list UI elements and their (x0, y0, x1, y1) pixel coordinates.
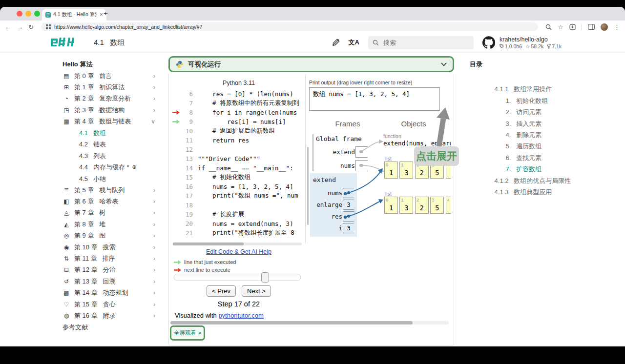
sidebar-chapter-item[interactable]: ♡ 第 15 章 贪心 › (62, 299, 156, 310)
panel-horizontal-scrollbar[interactable] (170, 321, 449, 324)
frame-variable: nums (316, 159, 368, 172)
tab-close-icon[interactable]: × (100, 12, 103, 18)
chapter-icon: ⊞ (62, 84, 70, 91)
list-cell: 0 1 (384, 197, 398, 214)
code-horizontal-scrollbar[interactable] (173, 243, 302, 245)
sidebar-chapter-item[interactable]: ⇅ 第 11 章 排序 › (62, 253, 156, 264)
pointer-dot (347, 215, 350, 218)
fullscreen-link[interactable]: 全屏观看 > (170, 325, 205, 341)
sidebar-chapter-item[interactable]: ◬ 第 7 章 树 › (62, 207, 156, 219)
pythontutor-frame: Python 3.11 6 res = [0] * (len(nums) (168, 74, 454, 345)
sidebar-chapter-item[interactable]: ≣ 第 5 章 栈与队列 › (62, 184, 156, 196)
github-repo-link[interactable]: krahets/hello-algo 1.0.0b6 ☆58.2k 7.1k (482, 36, 562, 49)
sidebar-section-item[interactable]: 4.5 小结 (62, 173, 156, 184)
chevron-down-icon[interactable] (441, 62, 447, 66)
sidebar-chapter-item[interactable]: ◔ 第 2 章 复杂度分析 › (62, 93, 156, 104)
chevron-icon: › (153, 289, 156, 296)
sidebar-chapter-item[interactable]: ◭ 第 8 章 堆 › (62, 219, 156, 230)
translate-icon[interactable]: 文A (349, 38, 359, 47)
sidebar-chapter-item[interactable]: ▩ 第 14 章 动态规划 › (62, 287, 156, 298)
print-output-box[interactable]: 数组 nums = [1, 3, 2, 5, 4] (309, 87, 440, 111)
sidebar-nav: Hello 算法 ▤ 第 0 章 前言 › ⊞ 第 1 章 初识算法 (62, 59, 156, 333)
list-cell: 3 5 (430, 197, 444, 214)
code-line: 14 if __name__ == "__main__": (172, 163, 305, 173)
sidebar-section-item[interactable]: 4.3 列表 (62, 150, 156, 162)
chapter-icon: ↺ (62, 278, 70, 285)
pointer-dot (347, 191, 350, 194)
sidebar-chapter-item[interactable]: ◧ 第 6 章 哈希表 › (62, 196, 156, 207)
chapter-icon: ♡ (62, 301, 70, 308)
sidebar-chapter-item[interactable]: ⊟ 第 12 章 分治 › (62, 264, 156, 276)
url-bar[interactable]: https://www.hello-algo.com/chapter_array… (41, 22, 538, 31)
frame-variable: nums (313, 187, 354, 199)
code-line: 10 # 返回扩展后的新数组 (172, 126, 305, 136)
site-logo[interactable] (51, 37, 76, 48)
bookmark-star-icon[interactable]: ☆ (558, 23, 563, 31)
tag-icon (500, 44, 504, 48)
chapter-icon: ◎ (62, 232, 70, 239)
sidebar-chapter-item[interactable]: ◳ 第 3 章 数据结构 › (62, 104, 156, 116)
python-icon (176, 61, 184, 68)
sidebar-chapter-item[interactable]: ◉ 第 10 章 搜索 › (62, 242, 156, 253)
sidebar-chapter-item[interactable]: ↺ 第 13 章 回溯 › (62, 276, 156, 287)
repo-version: 1.0.0b6 (505, 43, 522, 49)
side-panel-icon[interactable] (588, 24, 595, 30)
chevron-icon: › (153, 95, 156, 102)
back-icon[interactable]: ← (5, 24, 11, 30)
pythontutor-link[interactable]: pythontutor.com (218, 312, 264, 319)
sidebar-section-item[interactable]: 4.2 链表 (62, 139, 156, 150)
global-frame-title: Global frame (316, 135, 362, 142)
close-window-button[interactable] (17, 11, 22, 17)
chapter-icon: ◧ (62, 198, 70, 205)
toolbar-divider (582, 24, 582, 30)
toc-item[interactable]: 4.1.1 数组常用操作 (470, 72, 578, 83)
code-line: 13 """Driver Code""" (172, 154, 305, 163)
theme-toggle-icon[interactable] (332, 39, 340, 46)
chapter-icon: ⊟ (62, 266, 70, 273)
extend-frame-title: extend (313, 176, 336, 183)
sidebar-chapter-item[interactable]: ▦ 第 4 章 数组与链表 ∨ (62, 116, 156, 127)
search-input[interactable] (382, 39, 453, 47)
sidebar-chapter-item[interactable]: ◍ 第 16 章 附录 › (62, 310, 156, 321)
list-type-label: list (385, 156, 392, 162)
page-title: 4.1 数组 (94, 38, 125, 47)
list-cell: 1 3 (399, 162, 413, 179)
sidebar-section-item[interactable]: 4.1 数组 (62, 127, 156, 139)
slider-thumb[interactable] (261, 272, 269, 283)
legend-executed: line that just executed (174, 259, 236, 265)
chevron-icon: › (153, 107, 156, 114)
sidebar-item-references[interactable]: 参考文献 (62, 322, 156, 333)
chapter-icon: ▩ (62, 289, 70, 296)
sidebar-chapter-item[interactable]: ⊞ 第 1 章 初识算法 › (62, 81, 156, 93)
profile-avatar[interactable] (601, 23, 608, 31)
screen: 4.1 数组 - Hello 算法 × + ← → ↻ https://www.… (0, 0, 625, 364)
maximize-window-button[interactable] (34, 11, 40, 17)
code-pane: Python 3.11 6 res = [0] * (len(nums) (172, 75, 305, 238)
frame-variable: extend (316, 145, 368, 159)
search-box[interactable] (368, 36, 474, 49)
browser-menu-icon[interactable]: ⋮ (614, 23, 620, 31)
code-line: 8 for i in range(len(nums (172, 108, 305, 117)
visual-run-header[interactable]: 可视化运行 (168, 56, 454, 72)
minimize-window-button[interactable] (25, 11, 31, 17)
forward-icon[interactable]: → (17, 24, 23, 30)
step-slider[interactable] (174, 274, 301, 281)
global-frame-border (312, 134, 313, 171)
edit-code-link[interactable]: Edit Code & Get AI Help (172, 248, 305, 255)
legend-next: next line to execute (174, 267, 230, 273)
reload-icon[interactable]: ↻ (28, 24, 34, 30)
frame-variable: enlarge 3 (313, 199, 354, 210)
frame-variable: i 3 (313, 222, 354, 234)
browser-tab[interactable]: 4.1 数组 - Hello 算法 × (42, 9, 106, 20)
install-icon[interactable] (569, 24, 576, 30)
sidebar-section-item[interactable]: 4.4 内存与缓存 * ⊕ (62, 162, 156, 173)
new-tab-button[interactable]: + (104, 9, 108, 17)
execution-arrow-icon (172, 110, 180, 115)
sidebar-chapter-item[interactable]: ◎ 第 9 章 图 › (62, 230, 156, 241)
table-of-contents: 目录 4.1.1 数组常用操作 1. 初始化数组 2. 访问元素 (470, 59, 578, 186)
prev-button[interactable]: < Prev (207, 285, 236, 297)
zoom-icon[interactable] (545, 24, 552, 30)
pointer-dot (360, 164, 363, 167)
next-button[interactable]: Next > (242, 285, 271, 297)
sidebar-chapter-item[interactable]: ▤ 第 0 章 前言 › (62, 70, 156, 81)
